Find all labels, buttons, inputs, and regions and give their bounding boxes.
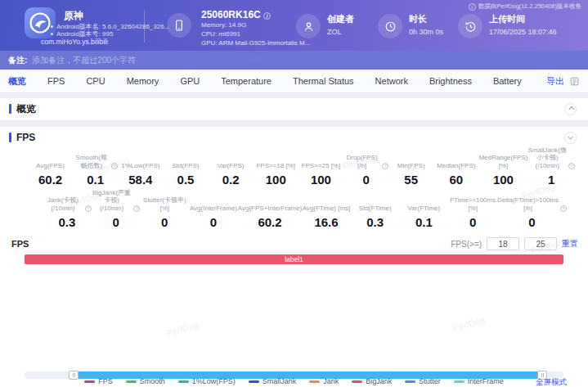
stat-value: 0 — [92, 215, 141, 229]
device-info-icon[interactable]: i — [263, 12, 271, 20]
fps-stats-row-2: Jank(卡顿) (/10min)?0.3BigJank(严重卡顿) (/10m… — [43, 194, 567, 229]
stat-value: 0.3 — [351, 215, 400, 229]
legend-item-1-low-fps[interactable]: 1%Low(FPS) — [178, 377, 236, 385]
help-icon[interactable]: ? — [382, 163, 388, 169]
overview-section-head: 概览 — [0, 98, 588, 119]
fps-collapse-button[interactable] — [564, 132, 577, 144]
tab-gpu[interactable]: GPU — [180, 76, 200, 86]
section-accent-bar — [9, 133, 11, 142]
stat-label-text: FPS>=25 [%] — [302, 162, 341, 170]
tab-battery[interactable]: Battery — [493, 76, 522, 86]
stat-label: Jank(卡顿) (/10min)? — [43, 194, 92, 212]
legend-item-smalljank[interactable]: SmallJank — [249, 377, 297, 385]
stat-label: Avg(InterFrame) — [189, 194, 238, 212]
legend-item-stutter[interactable]: Stutter — [405, 377, 441, 385]
tab-temperature[interactable]: Temperature — [221, 76, 272, 86]
export-box: 导出 — [546, 75, 580, 88]
chevron-up-icon — [568, 106, 574, 112]
device-memory: Memory: 14.9G — [201, 21, 246, 29]
help-icon[interactable]: ? — [560, 205, 567, 212]
stat-value: 16.6 — [302, 215, 351, 229]
legend-swatch-icon — [309, 380, 320, 383]
stat-label: Min(FPS) — [388, 151, 433, 169]
tab-thermal-status[interactable]: Thermal Status — [293, 76, 354, 86]
upload-label: 上传时间 — [489, 13, 525, 25]
user-icon — [303, 20, 315, 33]
fps-threshold-controls: FPS(>=) 重置 — [451, 237, 578, 250]
stat-value: 0 — [497, 215, 567, 229]
stat-label-text: MedRange(FPS)[%] — [478, 154, 527, 169]
legend-item-interframe[interactable]: InterFrame — [454, 377, 504, 385]
header-divider — [144, 10, 145, 43]
help-icon[interactable]: ? — [85, 205, 92, 212]
stat-value: 0.5 — [163, 173, 208, 187]
stat-label-text: Drop(FPS) [/h] — [343, 154, 380, 169]
stat-value: 0.3 — [43, 215, 92, 229]
tab-list: 概览FPSCPUMemoryGPUTemperatureThermal Stat… — [8, 75, 543, 88]
reset-button[interactable]: 重置 — [562, 238, 578, 250]
stat-value: 100 — [254, 173, 298, 187]
legend-label: Stutter — [419, 377, 441, 385]
legend-item-smooth[interactable]: Smooth — [126, 377, 165, 385]
help-icon[interactable]: ? — [111, 163, 118, 169]
stat-drop-fps-h: Drop(FPS) [/h]?0 — [343, 151, 388, 187]
help-icon[interactable]: ? — [568, 163, 575, 169]
stat-label-text: Var(FTime) — [408, 205, 441, 213]
upload-value: 17/06/2025 18:07:46 — [489, 28, 557, 36]
stat-label: Std(FTime) — [351, 194, 400, 212]
stat-label: Drop(FPS) [/h]? — [343, 151, 388, 169]
stat-label: Avg(FPS+InterFrame) — [238, 194, 302, 212]
stat-label: Delta(FTime)>100ms [/h]? — [497, 194, 567, 212]
stat-avg-ftime-ms: Avg(FTime) [ms]16.6 — [302, 194, 351, 229]
legend-item-jank[interactable]: Jank — [309, 377, 339, 385]
collector-note-text: 数据由PerfDog(11.2.250408)版本收集 — [478, 2, 581, 11]
fps-threshold-input-2[interactable] — [524, 237, 557, 250]
stat-label-text: Avg(FPS+InterFrame) — [238, 205, 302, 213]
remark-row: 备注: — [0, 51, 588, 70]
help-icon[interactable]: ? — [133, 205, 140, 212]
stat-label-text: FPS>=18 [%] — [256, 162, 295, 170]
remark-input[interactable] — [32, 56, 359, 65]
stat-label-text: Stutter(卡顿率) [%] — [140, 196, 189, 212]
tab-cpu[interactable]: CPU — [86, 76, 105, 86]
legend-label: Jank — [323, 377, 339, 385]
legend-swatch-icon — [454, 380, 465, 383]
stat-medrange-fps: MedRange(FPS)[%]100 — [478, 151, 527, 187]
stat-label-text: Std(FTime) — [359, 205, 392, 213]
overview-title: 概览 — [16, 102, 36, 116]
stat-label: Avg(FPS) — [28, 151, 73, 169]
fullscreen-button[interactable]: 全屏模式 — [536, 377, 567, 387]
stat-label-text: Var(FPS) — [218, 162, 245, 170]
stat-label: 1%Low(FPS) — [118, 151, 163, 169]
stat-value: 55 — [388, 173, 433, 187]
tab-brightness[interactable]: Brightness — [429, 76, 472, 86]
stat-var-fps: Var(FPS)0.2 — [209, 151, 254, 187]
overview-collapse-button[interactable] — [564, 103, 577, 115]
fps-threshold-label: FPS(>=) — [451, 240, 482, 249]
fps-threshold-input-1[interactable] — [487, 237, 519, 250]
stat-label-text: Avg(FTime) [ms] — [303, 205, 351, 213]
duration-label: 时长 — [409, 13, 427, 25]
stat-value: 100 — [478, 173, 527, 187]
legend-label: InterFrame — [468, 377, 504, 385]
tab-network[interactable]: Network — [375, 76, 408, 86]
stat-value: 58.4 — [118, 173, 163, 187]
tab-概览[interactable]: 概览 — [8, 75, 26, 88]
export-icon[interactable] — [569, 76, 580, 87]
stat-var-ftime: Var(FTime)0.1 — [400, 194, 449, 229]
stat-label-text: Delta(FTime)>100ms [/h] — [497, 196, 559, 212]
tab-fps[interactable]: FPS — [47, 76, 65, 86]
stat-label: FTime>=100ms [%] — [448, 194, 497, 212]
stat-label: FPS>=25 [%] — [298, 151, 343, 169]
creator-value: ZOL — [327, 28, 342, 36]
tab-memory[interactable]: Memory — [127, 76, 159, 86]
section-accent-bar — [9, 104, 11, 114]
stat-median-fps: Median(FPS)60 — [433, 151, 478, 187]
export-button[interactable]: 导出 — [546, 75, 564, 88]
upload-icon-circle — [458, 14, 483, 38]
legend-swatch-icon — [178, 380, 189, 383]
stat-avg-fps-interframe: Avg(FPS+InterFrame)60.2 — [238, 194, 302, 229]
legend-item-bigjank[interactable]: BigJank — [352, 377, 392, 385]
legend-item-fps[interactable]: FPS — [84, 377, 113, 385]
duration-icon-circle — [378, 14, 402, 38]
